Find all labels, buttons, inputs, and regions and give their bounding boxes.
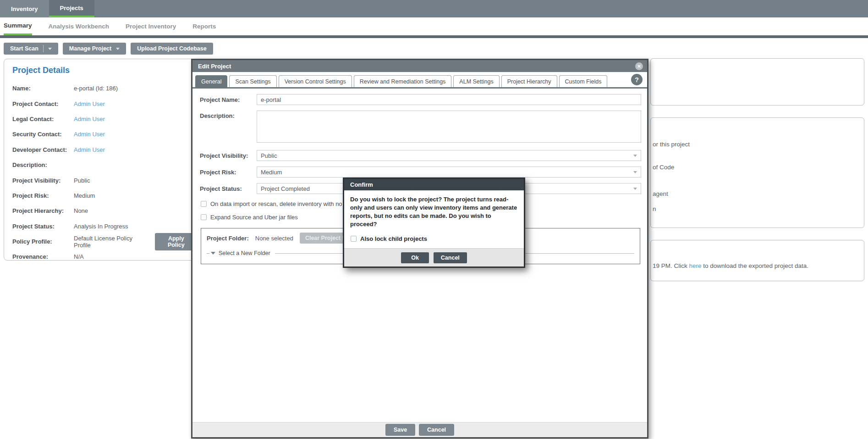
tab-project-hierarchy[interactable]: Project Hierarchy (501, 75, 557, 87)
background-text-fragment: of Code (653, 164, 674, 171)
project-risk-select[interactable]: Medium (257, 167, 641, 178)
start-scan-divider (43, 45, 44, 52)
developer-contact-link[interactable]: Admin User (74, 146, 105, 153)
project-visibility-select[interactable]: Public (257, 150, 641, 161)
background-text-fragment: or this project (653, 141, 690, 148)
detail-row-legal-contact: Legal Contact: Admin User (4, 111, 198, 127)
detail-row-project-contact: Project Contact: Admin User (4, 96, 198, 111)
help-icon[interactable]: ? (631, 74, 643, 85)
detail-label: Project Status: (12, 223, 74, 230)
export-text-prefix: 19 PM. Click (653, 262, 689, 269)
lock-child-projects-checkbox[interactable] (351, 236, 357, 242)
nav-tab-projects-label: Projects (60, 5, 83, 11)
lock-child-projects-row: Also lock child projects (351, 235, 518, 242)
chevron-down-icon (633, 188, 637, 190)
detail-row-description: Description: (4, 157, 198, 172)
nav-tab-inventory-label: Inventory (11, 6, 38, 12)
project-status-label: Project Status: (200, 185, 257, 192)
subnav-tab-project-inventory[interactable]: Project Inventory (126, 17, 176, 35)
delete-inventory-checkbox-label: On data import or rescan, delete invento… (210, 200, 350, 207)
subnav-tab-summary[interactable]: Summary (4, 17, 32, 35)
detail-label: Project Contact: (12, 100, 74, 107)
nav-tab-projects[interactable]: Projects (49, 0, 94, 17)
start-scan-caret-icon[interactable] (48, 48, 52, 50)
close-icon[interactable]: ✕ (635, 62, 643, 70)
toolbar: Start Scan Manage Project Upload Project… (0, 38, 868, 55)
detail-label: Developer Contact: (12, 146, 74, 153)
project-details-title: Project Details (12, 66, 198, 75)
security-contact-link[interactable]: Admin User (74, 131, 105, 138)
confirm-dialog-footer: Ok Cancel (344, 248, 524, 267)
confirm-message: Do you wish to lock the project? The pro… (350, 195, 518, 228)
subnav-tab-analysis-workbench[interactable]: Analysis Workbench (49, 17, 110, 35)
detail-row-visibility: Project Visibility: Public (4, 172, 198, 188)
chevron-down-icon (633, 171, 637, 173)
detail-row-status: Project Status: Analysis In Progress (4, 219, 198, 234)
tab-general[interactable]: General (195, 75, 227, 87)
detail-label: Description: (12, 161, 74, 168)
detail-value: N/A (74, 253, 84, 260)
project-folder-label: Project Folder: (207, 235, 249, 242)
save-button[interactable]: Save (385, 424, 415, 436)
tab-scan-settings[interactable]: Scan Settings (229, 75, 276, 87)
legend-line-left (207, 253, 209, 254)
project-name-input[interactable] (257, 94, 641, 105)
manage-project-label: Manage Project (69, 45, 111, 52)
project-status-value: Project Completed (261, 185, 310, 192)
delete-inventory-checkbox[interactable] (201, 201, 207, 207)
upload-codebase-label: Upload Project Codebase (137, 45, 206, 52)
start-scan-label: Start Scan (10, 45, 38, 52)
detail-row-risk: Project Risk: Medium (4, 188, 198, 203)
expand-source-checkbox[interactable] (201, 214, 207, 220)
tab-version-control-settings[interactable]: Version Control Settings (279, 75, 352, 87)
select-new-folder-label: Select a New Folder (219, 250, 270, 256)
project-details-panel: Project Details Name: e-portal (Id: 186)… (4, 59, 198, 261)
detail-label: Policy Profile: (12, 238, 74, 245)
detail-row-security-contact: Security Contact: Admin User (4, 127, 198, 142)
right-panel-top (650, 58, 864, 106)
detail-value: Public (74, 177, 90, 184)
detail-row-developer-contact: Developer Contact: Admin User (4, 142, 198, 157)
project-visibility-row: Project Visibility: Public (200, 150, 641, 161)
manage-project-caret-icon (116, 48, 120, 50)
detail-value: e-portal (Id: 186) (74, 85, 118, 92)
legal-contact-link[interactable]: Admin User (74, 116, 105, 122)
confirm-dialog: Confirm Do you wish to lock the project?… (343, 178, 525, 268)
description-row: Description: (200, 111, 641, 144)
confirm-dialog-body: Do you wish to lock the project? The pro… (344, 190, 524, 242)
project-risk-value: Medium (261, 169, 282, 176)
edit-dialog-header: Edit Project ✕ (192, 60, 647, 72)
tab-alm-settings[interactable]: ALM Settings (453, 75, 499, 87)
download-here-link[interactable]: here (689, 262, 702, 269)
detail-row-policy-profile: Policy Profile: Default License Policy P… (4, 234, 198, 249)
detail-row-provenance: Provenance: N/A (4, 249, 198, 264)
confirm-dialog-title: Confirm (350, 181, 373, 188)
project-risk-row: Project Risk: Medium (200, 167, 641, 178)
description-textarea[interactable] (257, 111, 641, 143)
detail-label: Legal Contact: (12, 116, 74, 122)
expand-source-checkbox-label: Expand Source and Uber jar files (210, 214, 298, 221)
ok-button[interactable]: Ok (401, 252, 429, 263)
detail-label: Project Hierarchy: (12, 207, 74, 214)
confirm-cancel-button[interactable]: Cancel (434, 252, 467, 263)
detail-row-hierarchy: Project Hierarchy: None (4, 203, 198, 218)
tab-review-remediation-settings[interactable]: Review and Remediation Settings (354, 75, 452, 87)
subnav-tab-reports[interactable]: Reports (192, 17, 216, 35)
upload-project-codebase-button[interactable]: Upload Project Codebase (131, 43, 213, 55)
chevron-down-icon (633, 155, 637, 157)
confirm-dialog-header: Confirm (344, 179, 524, 190)
project-folder-selected-value: None selected (255, 235, 293, 242)
project-contact-link[interactable]: Admin User (74, 100, 105, 107)
detail-value: Analysis In Progress (74, 223, 128, 230)
project-visibility-value: Public (261, 152, 277, 159)
detail-label: Project Visibility: (12, 177, 74, 184)
background-text-fragment: n (653, 206, 656, 212)
manage-project-button[interactable]: Manage Project (63, 43, 126, 55)
start-scan-button[interactable]: Start Scan (4, 43, 58, 55)
tab-custom-fields[interactable]: Custom Fields (559, 75, 608, 87)
right-panel-bottom (650, 240, 864, 281)
cancel-button[interactable]: Cancel (419, 424, 454, 436)
triangle-down-icon (211, 252, 215, 255)
nav-tab-inventory[interactable]: Inventory (0, 0, 49, 17)
detail-row-name: Name: e-portal (Id: 186) (4, 81, 198, 96)
